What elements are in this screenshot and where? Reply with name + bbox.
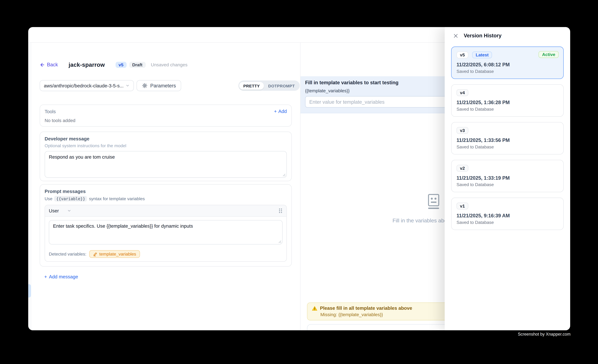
- version-date: 11/21/2025, 1:36:28 PM: [457, 99, 558, 105]
- model-select-value: aws/anthropic/bedrock-claude-3-5-s...: [44, 83, 123, 88]
- version-badge: v5: [116, 62, 126, 68]
- warning-triangle-icon: [312, 306, 317, 311]
- drag-handle-icon[interactable]: [278, 208, 282, 214]
- template-variable-input[interactable]: [305, 96, 469, 108]
- watermark-text: Screenshot by Xnapper.com: [518, 332, 571, 336]
- version-date: 11/21/2025, 1:33:56 PM: [457, 137, 558, 143]
- format-toggle: PRETTY DOTPROMPT: [238, 81, 300, 91]
- version-date: 11/22/2025, 6:08:12 PM: [457, 62, 558, 67]
- draft-badge: Draft: [129, 62, 145, 68]
- version-status: Saved to Database: [457, 145, 558, 149]
- developer-message-subtitle: Optional system instructions for the mod…: [45, 143, 287, 148]
- detected-variables-row: Detected variables: template_variables: [45, 248, 286, 261]
- version-date: 11/21/2025, 9:16:39 AM: [457, 213, 558, 219]
- warning-title-text: Please fill in all template variables ab…: [320, 306, 412, 311]
- title-row: Back jack-sparrow v5 Draft Unsaved chang…: [40, 61, 188, 68]
- role-select[interactable]: User: [49, 208, 72, 213]
- version-number-badge: v5: [457, 51, 468, 58]
- chevron-down-icon: [125, 83, 130, 88]
- message-role-header: User: [45, 205, 286, 217]
- editor-column: Back jack-sparrow v5 Draft Unsaved chang…: [32, 43, 300, 330]
- prompt-message-block: User Enter task specifics. U: [45, 205, 287, 262]
- page-title: jack-sparrow: [69, 61, 105, 68]
- version-card-v5[interactable]: v5 Latest Active 11/22/2025, 6:08:12 PM …: [451, 47, 564, 79]
- parameters-button[interactable]: Parameters: [137, 80, 181, 91]
- back-label: Back: [47, 62, 58, 67]
- role-value: User: [49, 208, 59, 213]
- left-strip-indicator: [28, 284, 31, 298]
- version-list: v5 Latest Active 11/22/2025, 6:08:12 PM …: [445, 43, 570, 230]
- parameters-label: Parameters: [150, 83, 176, 89]
- toggle-dotprompt[interactable]: DOTPROMPT: [264, 82, 299, 90]
- version-card-v3[interactable]: v3 11/21/2025, 1:33:56 PM Saved to Datab…: [451, 122, 564, 155]
- version-card-v2[interactable]: v2 11/21/2025, 1:33:19 PM Saved to Datab…: [451, 160, 564, 192]
- detected-variable-chip[interactable]: template_variables: [89, 250, 140, 258]
- close-icon[interactable]: [453, 33, 458, 38]
- model-select[interactable]: aws/anthropic/bedrock-claude-3-5-s...: [40, 80, 134, 91]
- bot-face-icon: [425, 193, 442, 211]
- pencil-icon: [93, 252, 98, 256]
- unsaved-changes-label: Unsaved changes: [151, 62, 188, 67]
- latest-badge: Latest: [472, 51, 492, 58]
- prompt-messages-title: Prompt messages: [45, 189, 287, 194]
- version-number-badge: v1: [457, 203, 468, 209]
- version-date: 11/21/2025, 1:33:19 PM: [457, 175, 558, 181]
- chevron-down-icon: [67, 209, 72, 213]
- plus-icon: +: [44, 274, 47, 280]
- left-edge-strip: [28, 43, 32, 330]
- resize-handle-icon[interactable]: [282, 173, 286, 177]
- version-number-badge: v3: [457, 127, 468, 134]
- version-number-badge: v2: [457, 165, 468, 172]
- add-tool-button[interactable]: + Add: [274, 109, 287, 114]
- version-history-title: Version History: [464, 33, 501, 39]
- version-status: Saved to Database: [457, 107, 558, 111]
- developer-message-title: Developer message: [45, 136, 287, 141]
- developer-message-card: Developer message Optional system instru…: [40, 132, 292, 181]
- version-status: Saved to Database: [457, 220, 558, 225]
- resize-handle-icon[interactable]: [278, 240, 282, 243]
- active-badge: Active: [539, 51, 559, 58]
- user-message-textarea[interactable]: Enter task specifics. Use {{template_var…: [49, 220, 282, 245]
- detected-variables-label: Detected variables:: [49, 252, 86, 256]
- toggle-pretty[interactable]: PRETTY: [239, 82, 264, 90]
- version-status: Saved to Database: [457, 69, 558, 74]
- warning-missing-text: Missing: {{template_variables}}: [320, 312, 466, 317]
- version-card-v4[interactable]: v4 11/21/2025, 1:36:28 PM Saved to Datab…: [451, 84, 564, 117]
- back-button[interactable]: Back: [40, 62, 58, 67]
- gear-icon: [142, 83, 148, 89]
- screenshot-stage: Back jack-sparrow v5 Draft Unsaved chang…: [0, 0, 598, 364]
- plus-icon: +: [274, 109, 277, 114]
- model-toolbar: aws/anthropic/bedrock-claude-3-5-s... Pa…: [40, 80, 295, 91]
- version-number-badge: v4: [457, 89, 468, 96]
- version-card-v1[interactable]: v1 11/21/2025, 9:16:39 AM Saved to Datab…: [451, 198, 564, 230]
- prompt-messages-card: Prompt messages Use {{variable}} syntax …: [40, 184, 292, 266]
- version-history-panel: Version History v5 Latest Active 11/22/2…: [445, 27, 570, 330]
- version-status: Saved to Database: [457, 182, 558, 187]
- prompt-syntax-hint: Use {{variable}} syntax for template var…: [45, 196, 287, 201]
- tools-title: Tools: [45, 109, 287, 115]
- arrow-left-icon: [40, 62, 45, 67]
- tools-card: Tools + Add No tools added: [40, 105, 292, 127]
- developer-message-textarea[interactable]: Respond as you are tom cruise: [45, 151, 287, 178]
- add-message-button[interactable]: + Add message: [44, 274, 78, 280]
- tools-empty-text: No tools added: [45, 118, 287, 123]
- variable-syntax-chip: {{variable}}: [54, 196, 87, 201]
